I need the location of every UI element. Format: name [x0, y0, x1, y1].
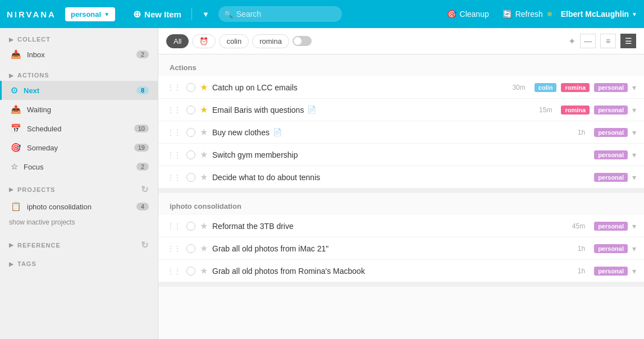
filter-romina-button[interactable]: romina — [252, 34, 289, 48]
workspace-label: personal — [71, 10, 101, 19]
task-checkbox[interactable] — [186, 173, 195, 182]
task-row[interactable]: ⋮⋮★Grab all old photos from Romina's Mac… — [158, 260, 644, 282]
next-badge: 8 — [136, 86, 149, 94]
sidebar: ▶ COLLECT 📥 Inbox 2 ▶ ACTIONS ⊙ Next 8 📤… — [0, 28, 158, 339]
collapse-arrow-icon[interactable]: ▶ — [9, 36, 14, 43]
star-icon[interactable]: ★ — [200, 127, 208, 138]
main-content: All ⏰ colin romina ✦ — ≡ ☰ Actions⋮⋮★Cat… — [158, 28, 644, 339]
collapse-arrow-icon[interactable]: ▶ — [9, 72, 14, 79]
row-expand-icon[interactable]: ▾ — [632, 83, 636, 92]
task-checkbox[interactable] — [186, 83, 195, 92]
sidebar-item-inbox[interactable]: 📥 Inbox 2 — [0, 45, 158, 64]
sidebar-item-waiting[interactable]: 📤 Waiting — [0, 100, 158, 119]
refresh-button[interactable]: 🔄 Refresh — [498, 7, 556, 21]
row-expand-icon[interactable]: ▾ — [632, 267, 636, 276]
tag-badge-personal[interactable]: personal — [594, 83, 628, 92]
reference-label: REFERENCE — [17, 242, 61, 249]
task-checkbox[interactable] — [186, 106, 195, 114]
reference-action-icon[interactable]: ↻ — [141, 240, 149, 250]
task-checkbox[interactable] — [186, 267, 195, 276]
tag-badge-personal[interactable]: personal — [594, 267, 628, 276]
sparkle-icon[interactable]: ✦ — [568, 36, 576, 47]
row-expand-icon[interactable]: ▾ — [632, 150, 636, 159]
sidebar-item-project-iphoto[interactable]: 📋 iphoto consolidation 4 — [0, 197, 158, 216]
new-item-label: New Item — [144, 10, 181, 19]
star-icon[interactable]: ★ — [200, 265, 208, 276]
task-name-text: Decide what to do about tennis — [212, 173, 320, 182]
view-medium-button[interactable]: ≡ — [600, 34, 616, 48]
task-row[interactable]: ⋮⋮★Buy new clothes📄1hpersonal▾ — [158, 121, 644, 144]
task-row[interactable]: ⋮⋮★Reformat the 3TB drive45mpersonal▾ — [158, 215, 644, 237]
collect-label: COLLECT — [17, 36, 51, 43]
filter-colin-button[interactable]: colin — [219, 34, 249, 48]
project-badge: 4 — [136, 203, 149, 210]
row-expand-icon[interactable]: ▾ — [632, 244, 636, 253]
filter-clock-button[interactable]: ⏰ — [192, 34, 216, 48]
task-row[interactable]: ⋮⋮★Catch up on LCC emails30mcolinrominap… — [158, 76, 644, 99]
tag-badge-personal[interactable]: personal — [594, 150, 628, 159]
row-expand-icon[interactable]: ▾ — [632, 128, 636, 137]
task-checkbox[interactable] — [186, 128, 195, 137]
sidebar-item-next[interactable]: ⊙ Next 8 — [0, 81, 158, 100]
row-expand-icon[interactable]: ▾ — [632, 106, 636, 114]
drag-handle-icon[interactable]: ⋮⋮ — [166, 151, 182, 159]
star-icon[interactable]: ★ — [200, 243, 208, 254]
user-menu-button[interactable]: Elbert McLaughlin ▼ — [561, 10, 637, 19]
tag-badge-colin[interactable]: colin — [535, 83, 557, 92]
drag-handle-icon[interactable]: ⋮⋮ — [166, 245, 182, 253]
filter-all-button[interactable]: All — [166, 34, 189, 48]
new-item-button[interactable]: ⊕ New Item — [129, 6, 186, 23]
search-input[interactable] — [218, 6, 342, 22]
sidebar-item-scheduled[interactable]: 📅 Scheduled 10 — [0, 119, 158, 138]
view-compact-button[interactable]: — — [580, 34, 596, 48]
tag-badge-personal[interactable]: personal — [594, 128, 628, 137]
drag-handle-icon[interactable]: ⋮⋮ — [166, 267, 182, 275]
task-name-text: Buy new clothes — [212, 128, 270, 137]
sidebar-item-focus[interactable]: ☆ Focus 2 — [0, 157, 158, 176]
star-icon[interactable]: ★ — [200, 104, 208, 115]
collapse-arrow-icon[interactable]: ▶ — [9, 186, 14, 193]
star-icon[interactable]: ★ — [200, 149, 208, 160]
row-expand-icon[interactable]: ▾ — [632, 173, 636, 182]
tag-badge-romina[interactable]: romina — [561, 83, 590, 92]
workspace-selector[interactable]: personal ▼ — [65, 7, 115, 21]
tag-badge-romina[interactable]: romina — [561, 106, 590, 114]
task-name: Email Baris with questions📄 — [212, 106, 535, 114]
next-icon: ⊙ — [11, 85, 18, 95]
view-expanded-button[interactable]: ☰ — [620, 34, 636, 48]
row-expand-icon[interactable]: ▾ — [632, 222, 636, 231]
task-time: 1h — [578, 267, 585, 275]
collapse-arrow-icon[interactable]: ▶ — [9, 242, 14, 248]
collapse-arrow-icon[interactable]: ▶ — [9, 261, 14, 267]
tags-section-label[interactable]: ▶ TAGS — [0, 253, 158, 269]
tag-badge-personal[interactable]: personal — [594, 106, 628, 114]
star-icon[interactable]: ★ — [200, 82, 208, 93]
drag-handle-icon[interactable]: ⋮⋮ — [166, 173, 182, 181]
drag-handle-icon[interactable]: ⋮⋮ — [166, 129, 182, 136]
reference-section-label[interactable]: ▶ REFERENCE ↻ — [0, 232, 158, 253]
cleanup-button[interactable]: 🎯 Cleanup — [442, 7, 494, 21]
drag-handle-icon[interactable]: ⋮⋮ — [166, 84, 182, 91]
task-name: Grab all old photos from iMac 21" — [212, 244, 573, 253]
task-row[interactable]: ⋮⋮★Switch gym membershippersonal▾ — [158, 144, 644, 166]
drag-handle-icon[interactable]: ⋮⋮ — [166, 106, 182, 114]
show-inactive-projects[interactable]: show inactive projects — [0, 216, 158, 232]
tag-badge-personal[interactable]: personal — [594, 173, 628, 182]
drag-handle-icon[interactable]: ⋮⋮ — [166, 222, 182, 230]
task-row[interactable]: ⋮⋮★Email Baris with questions📄15mrominap… — [158, 99, 644, 121]
tag-badge-personal[interactable]: personal — [594, 244, 628, 253]
task-row[interactable]: ⋮⋮★Decide what to do about tennispersona… — [158, 166, 644, 189]
tag-badge-personal[interactable]: personal — [594, 222, 628, 231]
sidebar-item-someday[interactable]: 🎯 Someday 19 — [0, 138, 158, 157]
task-name: Decide what to do about tennis — [212, 173, 590, 182]
task-name: Buy new clothes📄 — [212, 128, 573, 137]
add-project-icon[interactable]: ↻ — [141, 184, 149, 195]
task-checkbox[interactable] — [186, 222, 195, 231]
filter-toggle[interactable] — [293, 36, 312, 46]
new-item-dropdown-button[interactable]: ▼ — [198, 7, 214, 21]
task-row[interactable]: ⋮⋮★Grab all old photos from iMac 21"1hpe… — [158, 237, 644, 260]
task-checkbox[interactable] — [186, 244, 195, 253]
star-icon[interactable]: ★ — [200, 221, 208, 231]
task-checkbox[interactable] — [186, 150, 195, 159]
star-icon[interactable]: ★ — [200, 172, 208, 182]
